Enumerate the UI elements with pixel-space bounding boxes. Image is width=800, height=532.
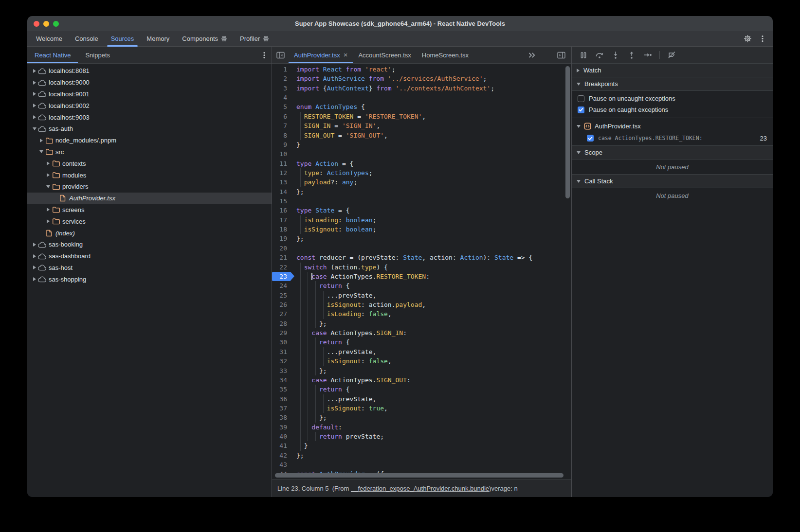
tree-item-sas-host[interactable]: sas-host	[27, 262, 272, 274]
code-text[interactable]: import React from 'react';	[291, 65, 571, 74]
chevron-down-icon[interactable]	[38, 150, 44, 153]
tree-item-localhost-9003[interactable]: localhost:9003	[27, 111, 272, 123]
main-tab-welcome[interactable]: Welcome	[30, 31, 69, 46]
code-text[interactable]: default:	[291, 423, 571, 432]
code-text[interactable]	[291, 244, 571, 253]
chevron-right-icon[interactable]	[31, 277, 37, 281]
code-text[interactable]: case ActionTypes.SIGN_IN:	[291, 328, 571, 337]
watch-section-header[interactable]: Watch	[572, 64, 773, 77]
breakpoints-section-header[interactable]: Breakpoints	[572, 77, 773, 91]
main-tab-components[interactable]: Components	[176, 31, 234, 46]
code-text[interactable]: isLoading: boolean;	[291, 215, 571, 225]
tree-item-providers[interactable]: providers	[27, 181, 272, 193]
line-number-gutter[interactable]: 22	[272, 263, 291, 272]
code-text[interactable]: isSignout: false,	[291, 356, 571, 366]
line-number-gutter[interactable]: 10	[272, 149, 291, 159]
tree-item-localhost-9000[interactable]: localhost:9000	[27, 77, 272, 89]
chevron-down-icon[interactable]	[31, 127, 37, 130]
line-number-gutter[interactable]: 28	[272, 319, 291, 328]
code-text[interactable]	[291, 93, 571, 102]
line-number-gutter[interactable]: 26	[272, 300, 291, 309]
chevron-right-icon[interactable]	[31, 243, 37, 247]
line-number-gutter[interactable]: 40	[272, 432, 291, 441]
step-out-button[interactable]	[625, 49, 638, 61]
close-icon[interactable]: ×	[344, 53, 348, 57]
line-number-gutter[interactable]: 33	[272, 366, 291, 375]
tree-item-sas-booking[interactable]: sas-booking	[27, 239, 272, 250]
line-number-gutter[interactable]: 37	[272, 404, 291, 413]
pause-uncaught-checkbox[interactable]	[578, 95, 584, 102]
editor-tab-accountscreen-tsx[interactable]: AccountScreen.tsx	[353, 47, 416, 63]
editor-tab-homescreen-tsx[interactable]: HomeScreen.tsx	[417, 47, 474, 63]
line-number-gutter[interactable]: 4	[272, 93, 291, 102]
code-text[interactable]: };	[291, 319, 571, 328]
code-text[interactable]: payload?: any;	[291, 177, 571, 187]
navigator-more-button[interactable]	[257, 47, 272, 63]
main-tab-sources[interactable]: Sources	[105, 31, 141, 46]
titlebar[interactable]: Super App Showcase (sdk_gphone64_arm64) …	[27, 16, 773, 31]
breakpoint-entry[interactable]: case ActionTypes.RESTORE_TOKEN: 23	[572, 132, 773, 144]
line-number-gutter[interactable]: 27	[272, 309, 291, 319]
gear-icon[interactable]	[744, 35, 752, 43]
breakpoint-checkbox[interactable]	[587, 135, 594, 142]
navigator-tab-snippets[interactable]: Snippets	[78, 47, 117, 63]
chevron-right-icon[interactable]	[31, 104, 37, 107]
line-number-gutter[interactable]: 15	[272, 196, 291, 206]
code-text[interactable]: };	[291, 413, 571, 422]
chevron-right-icon[interactable]	[31, 92, 37, 96]
line-number-gutter[interactable]: 8	[272, 131, 291, 140]
line-number-gutter[interactable]: 25	[272, 291, 291, 300]
line-number-gutter[interactable]: 16	[272, 206, 291, 215]
line-number-gutter[interactable]: 36	[272, 394, 291, 404]
line-number-gutter[interactable]: 3	[272, 84, 291, 93]
tree-item-localhost-8081[interactable]: localhost:8081	[27, 65, 272, 77]
code-text[interactable]: SIGN_OUT = 'SIGN_OUT',	[291, 131, 571, 140]
tree-item-src[interactable]: src	[27, 146, 272, 158]
code-text[interactable]: import AuthService from '../services/Aut…	[291, 74, 571, 83]
code-text[interactable]: case ActionTypes.RESTORE_TOKEN:	[291, 272, 571, 281]
line-number-gutter[interactable]: 31	[272, 347, 291, 356]
editor-tab-authprovider-tsx[interactable]: AuthProvider.tsx×	[289, 47, 353, 63]
breakpoint-marker[interactable]: 23	[272, 272, 291, 281]
line-number-gutter[interactable]: 38	[272, 413, 291, 422]
chevron-right-icon[interactable]	[45, 161, 51, 165]
line-number-gutter[interactable]: 35	[272, 385, 291, 394]
scope-section-header[interactable]: Scope	[572, 146, 773, 160]
show-debugger-button[interactable]	[553, 47, 569, 63]
tree-item-sas-shopping[interactable]: sas-shopping	[27, 273, 272, 285]
tree-item-node-modules-pnpm[interactable]: node_modules/.pnpm	[27, 135, 272, 146]
kebab-menu-icon[interactable]	[759, 35, 766, 43]
code-text[interactable]: };	[291, 366, 571, 375]
call-stack-section-header[interactable]: Call Stack	[572, 174, 773, 188]
line-number-gutter[interactable]: 13	[272, 177, 291, 187]
chevron-down-icon[interactable]	[45, 185, 51, 188]
main-tab-profiler[interactable]: Profiler	[234, 31, 275, 46]
code-text[interactable]: RESTORE_TOKEN = 'RESTORE_TOKEN',	[291, 112, 571, 121]
tree-item-authprovider-tsx[interactable]: AuthProvider.tsx	[27, 193, 272, 204]
code-text[interactable]: ...prevState,	[291, 291, 571, 300]
chevron-right-icon[interactable]	[31, 81, 37, 85]
minimize-window-button[interactable]	[43, 21, 49, 27]
chevron-right-icon[interactable]	[45, 219, 51, 223]
code-text[interactable]: }	[291, 140, 571, 149]
code-text[interactable]: };	[291, 187, 571, 196]
code-text[interactable]: type: ActionTypes;	[291, 168, 571, 177]
tree-item-localhost-9001[interactable]: localhost:9001	[27, 89, 272, 100]
pause-uncaught-row[interactable]: Pause on uncaught exceptions	[572, 93, 773, 104]
code-text[interactable]	[291, 149, 571, 159]
line-number-gutter[interactable]: 18	[272, 225, 291, 234]
code-text[interactable]: switch (action.type) {	[291, 263, 571, 272]
line-number-gutter[interactable]: 5	[272, 102, 291, 111]
step-into-button[interactable]	[609, 49, 622, 61]
line-number-gutter[interactable]: 17	[272, 215, 291, 225]
pause-button[interactable]	[577, 49, 590, 61]
code-text[interactable]: enum ActionTypes {	[291, 102, 571, 111]
tree-item-sas-dashboard[interactable]: sas-dashboard	[27, 250, 272, 262]
code-text[interactable]: type State = {	[291, 206, 571, 215]
chevron-right-icon[interactable]	[38, 139, 44, 142]
code-editor[interactable]: 1import React from 'react';2import AuthS…	[272, 64, 571, 479]
line-number-gutter[interactable]: 7	[272, 121, 291, 130]
chevron-right-icon[interactable]	[31, 115, 37, 119]
code-text[interactable]: isSignout: boolean;	[291, 225, 571, 234]
hide-navigator-button[interactable]	[272, 47, 289, 63]
